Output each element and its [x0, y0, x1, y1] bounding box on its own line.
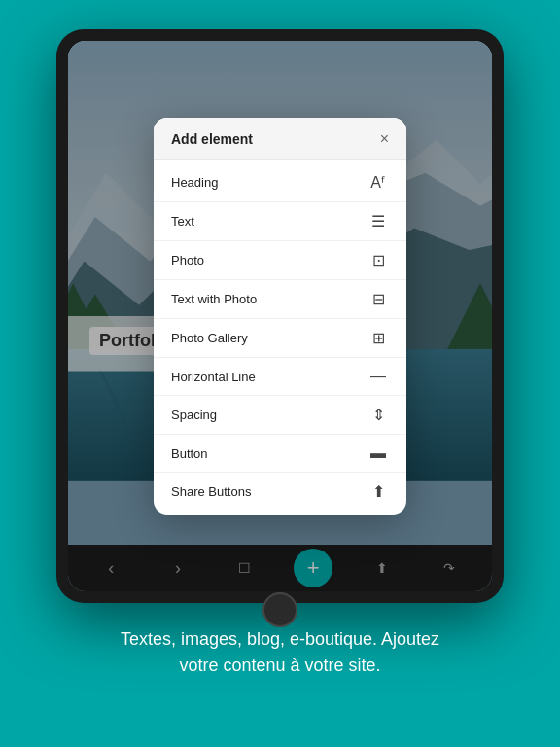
modal-item-label-text-with-photo: Text with Photo [171, 292, 257, 306]
modal-item-share-buttons[interactable]: Share Buttons⬆ [154, 473, 406, 511]
modal-close-button[interactable]: × [380, 131, 389, 147]
modal-item-text-with-photo[interactable]: Text with Photo⊟ [154, 280, 406, 319]
tablet-device: Portfoli... Add element × HeadingAᶠText☰… [56, 29, 504, 603]
bottom-text-section: Textes, images, blog, e-boutique. Ajoute… [82, 626, 478, 679]
add-element-modal: Add element × HeadingAᶠText☰Photo⊡Text w… [154, 118, 406, 515]
modal-item-label-photo-gallery: Photo Gallery [171, 331, 248, 345]
modal-item-icon-photo-gallery: ⊞ [368, 329, 389, 347]
modal-item-label-heading: Heading [171, 175, 218, 190]
modal-overlay: Add element × HeadingAᶠText☰Photo⊡Text w… [68, 41, 492, 591]
home-button-area [68, 595, 492, 624]
modal-header: Add element × [154, 118, 406, 160]
home-button[interactable] [262, 592, 298, 627]
modal-item-label-share-buttons: Share Buttons [171, 484, 251, 499]
modal-item-icon-horizontal-line: — [368, 368, 389, 385]
modal-title: Add element [171, 131, 253, 147]
modal-item-icon-spacing: ⇕ [368, 406, 389, 424]
modal-item-text[interactable]: Text☰ [154, 202, 406, 241]
modal-item-label-photo: Photo [171, 253, 204, 267]
modal-item-label-button: Button [171, 446, 208, 461]
modal-item-icon-text: ☰ [368, 212, 389, 231]
modal-item-list: HeadingAᶠText☰Photo⊡Text with Photo⊟Phot… [154, 160, 406, 515]
modal-item-horizontal-line[interactable]: Horizontal Line— [154, 358, 406, 396]
modal-item-icon-share-buttons: ⬆ [368, 482, 389, 501]
modal-item-icon-text-with-photo: ⊟ [368, 290, 389, 308]
modal-item-icon-button: ▬ [368, 445, 389, 462]
modal-item-icon-photo: ⊡ [368, 251, 389, 269]
modal-item-label-spacing: Spacing [171, 408, 217, 422]
modal-item-photo[interactable]: Photo⊡ [154, 241, 406, 280]
modal-item-label-text: Text [171, 214, 194, 229]
modal-item-button[interactable]: Button▬ [154, 435, 406, 473]
modal-item-label-horizontal-line: Horizontal Line [171, 370, 256, 384]
tablet-screen: Portfoli... Add element × HeadingAᶠText☰… [68, 41, 492, 591]
modal-item-photo-gallery[interactable]: Photo Gallery⊞ [154, 319, 406, 358]
modal-item-heading[interactable]: HeadingAᶠ [154, 163, 406, 202]
modal-item-icon-heading: Aᶠ [368, 173, 389, 192]
modal-item-spacing[interactable]: Spacing⇕ [154, 396, 406, 435]
bottom-description: Textes, images, blog, e-boutique. Ajoute… [121, 626, 439, 679]
